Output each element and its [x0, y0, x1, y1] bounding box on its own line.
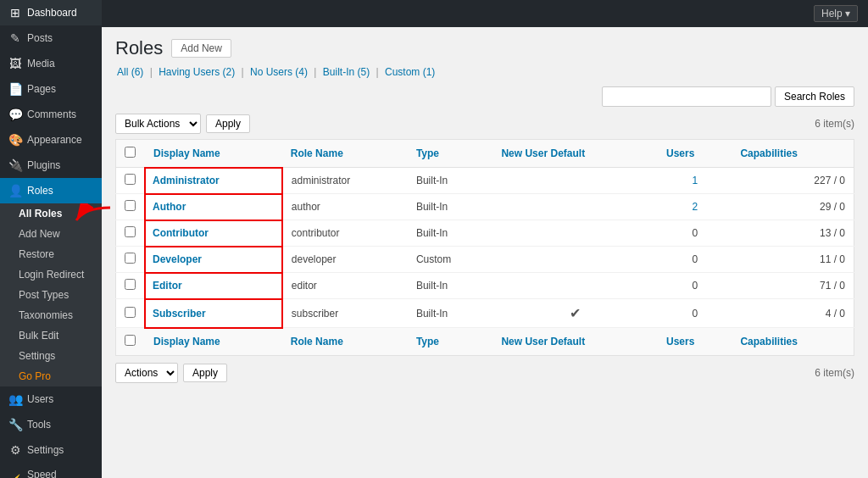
- sidebar-sub-restore[interactable]: Restore: [0, 244, 102, 264]
- sidebar-item-label: Pages: [27, 83, 56, 95]
- col-header-capabilities[interactable]: Capabilities: [732, 140, 854, 168]
- col-footer-capabilities[interactable]: Capabilities: [732, 328, 854, 356]
- role-name-link[interactable]: Author: [153, 201, 186, 213]
- sidebar-item-label: Appearance: [27, 134, 82, 146]
- row-checkbox[interactable]: [125, 307, 136, 318]
- row-display-name: Subscriber: [145, 299, 282, 328]
- role-name-link[interactable]: Administrator: [153, 175, 220, 186]
- sidebar-sub-login-redirect[interactable]: Login Redirect: [0, 264, 102, 285]
- sidebar-item-posts[interactable]: ✎ Posts: [0, 25, 102, 51]
- settings-icon: ⚙: [8, 443, 22, 457]
- filter-links: All (6) | Having Users (2) | No Users (4…: [115, 66, 854, 78]
- sidebar-item-comments[interactable]: 💬 Comments: [0, 102, 102, 127]
- row-capabilities: 13 / 0: [732, 220, 854, 247]
- row-checkbox[interactable]: [125, 174, 136, 185]
- sidebar-item-pages[interactable]: 📄 Pages: [0, 76, 102, 102]
- row-new-user-default: ✔: [492, 299, 658, 328]
- table-row: SubscribersubscriberBuilt-In✔04 / 0: [116, 299, 854, 328]
- filter-no-users[interactable]: No Users (4): [250, 66, 308, 78]
- sidebar-item-media[interactable]: 🖼 Media: [0, 51, 102, 76]
- sidebar-sub-bulk-edit[interactable]: Bulk Edit: [0, 325, 102, 346]
- apply-button-bottom[interactable]: Apply: [183, 364, 227, 382]
- row-checkbox[interactable]: [125, 200, 136, 211]
- items-count-top: 6 item(s): [815, 118, 854, 130]
- row-checkbox[interactable]: [125, 253, 136, 264]
- filter-all[interactable]: All (6): [117, 66, 143, 78]
- help-button[interactable]: Help ▾: [814, 5, 858, 22]
- row-display-name: Developer: [145, 247, 282, 273]
- bulk-actions-bottom: Actions Apply 6 item(s): [115, 363, 854, 383]
- col-footer-display-name[interactable]: Display Name: [145, 328, 282, 356]
- row-users: 0: [658, 299, 732, 328]
- sidebar-sub-all-roles[interactable]: All Roles: [0, 203, 102, 224]
- users-link[interactable]: 1: [692, 175, 698, 186]
- sidebar-item-users[interactable]: 👥 Users: [0, 386, 102, 412]
- col-footer-users[interactable]: Users: [658, 328, 732, 356]
- users-link[interactable]: 2: [692, 201, 698, 213]
- filter-custom[interactable]: Custom (1): [385, 66, 435, 78]
- default-check-icon: ✔: [570, 306, 581, 320]
- dashboard-icon: ⊞: [8, 6, 22, 19]
- select-all-checkbox-bottom[interactable]: [125, 335, 136, 346]
- sidebar-item-label: Comments: [27, 108, 76, 120]
- row-capabilities: 11 / 0: [732, 247, 854, 273]
- sidebar-item-appearance[interactable]: 🎨 Appearance: [0, 127, 102, 153]
- speed-icon: ⚡: [8, 474, 22, 478]
- row-capabilities: 227 / 0: [732, 168, 854, 194]
- search-input[interactable]: [602, 86, 771, 107]
- row-users: 0: [658, 273, 732, 299]
- row-type: Built-In: [408, 168, 493, 194]
- add-new-button[interactable]: Add New: [171, 39, 231, 58]
- media-icon: 🖼: [8, 57, 22, 70]
- col-header-new-user-default[interactable]: New User Default: [492, 140, 658, 168]
- page-title: Roles: [115, 37, 163, 59]
- col-header-users[interactable]: Users: [658, 140, 732, 168]
- sidebar-sub-go-pro[interactable]: Go Pro: [0, 366, 102, 386]
- table-row: ContributorcontributorBuilt-In013 / 0: [116, 220, 854, 247]
- bulk-actions-top: Bulk Actions Apply 6 item(s): [115, 114, 854, 134]
- col-footer-type[interactable]: Type: [408, 328, 493, 356]
- sidebar-item-roles[interactable]: 👤 Roles: [0, 178, 102, 203]
- sidebar-item-dashboard[interactable]: ⊞ Dashboard: [0, 0, 102, 25]
- comments-icon: 💬: [8, 108, 22, 121]
- sidebar-sub-settings[interactable]: Settings: [0, 346, 102, 366]
- col-header-role-name[interactable]: Role Name: [282, 140, 408, 168]
- apply-button-top[interactable]: Apply: [206, 114, 250, 133]
- col-header-type[interactable]: Type: [408, 140, 493, 168]
- row-capabilities: 71 / 0: [732, 273, 854, 299]
- sidebar-item-label: Posts: [27, 32, 53, 44]
- role-name-link[interactable]: Editor: [153, 280, 182, 292]
- sidebar-item-speed-optimizer[interactable]: ⚡ Speed Optimizer: [0, 463, 102, 478]
- sidebar-item-label: Plugins: [27, 159, 60, 171]
- row-checkbox[interactable]: [125, 279, 136, 290]
- table-row: AdministratoradministratorBuilt-In1227 /…: [116, 168, 854, 194]
- search-button[interactable]: Search Roles: [775, 86, 854, 107]
- select-all-checkbox[interactable]: [125, 147, 136, 158]
- sidebar-item-label: Roles: [27, 185, 53, 197]
- sidebar-item-tools[interactable]: 🔧 Tools: [0, 412, 102, 437]
- row-new-user-default: [492, 273, 658, 299]
- table-header-row: Display Name Role Name Type New User Def…: [116, 140, 854, 168]
- filter-having-users[interactable]: Having Users (2): [159, 66, 235, 78]
- sidebar-item-plugins[interactable]: 🔌 Plugins: [0, 153, 102, 178]
- sidebar-sub-taxonomies[interactable]: Taxonomies: [0, 305, 102, 325]
- col-header-display-name[interactable]: Display Name: [145, 140, 282, 168]
- sidebar-sub-add-new[interactable]: Add New: [0, 224, 102, 244]
- content-area: Roles Add New All (6) | Having Users (2)…: [102, 27, 868, 478]
- sidebar-sub-post-types[interactable]: Post Types: [0, 285, 102, 305]
- role-name-link[interactable]: Subscriber: [153, 308, 206, 320]
- col-footer-role-name[interactable]: Role Name: [282, 328, 408, 356]
- role-name-link[interactable]: Contributor: [153, 227, 209, 239]
- row-checkbox[interactable]: [125, 226, 136, 237]
- row-type: Built-In: [408, 273, 493, 299]
- col-footer-new-user-default[interactable]: New User Default: [492, 328, 658, 356]
- table-row: AuthorauthorBuilt-In229 / 0: [116, 194, 854, 220]
- filter-built-in[interactable]: Built-In (5): [323, 66, 370, 78]
- row-display-name: Contributor: [145, 220, 282, 247]
- role-name-link[interactable]: Developer: [153, 253, 202, 265]
- row-display-name: Editor: [145, 273, 282, 299]
- bulk-actions-select-bottom[interactable]: Actions: [115, 363, 178, 383]
- bulk-actions-select-top[interactable]: Bulk Actions: [115, 114, 201, 134]
- sidebar-item-settings[interactable]: ⚙ Settings: [0, 437, 102, 463]
- row-users: 2: [658, 194, 732, 220]
